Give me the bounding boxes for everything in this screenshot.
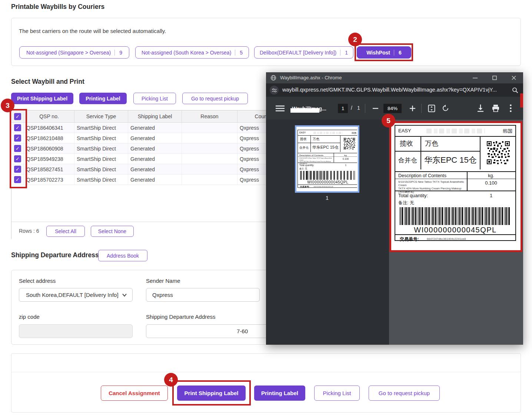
- window-title: WaybillImage.ashx - Chrome: [280, 75, 342, 80]
- picking-list-button-top[interactable]: Picking List: [133, 93, 176, 104]
- address-bar[interactable]: waybill.qxpress.net/GMKT.INC.GLPS.Waybil…: [266, 83, 523, 97]
- row-checkbox[interactable]: [14, 176, 21, 183]
- label-txn-label: 交易单号:: [400, 236, 419, 242]
- print-shipping-label-button-bottom[interactable]: Print Shipping Label: [177, 385, 246, 401]
- zip-code-label: zip code: [19, 314, 40, 320]
- cell-qsp: QSP185827451: [24, 164, 74, 174]
- rows-count: Rows : 6: [19, 228, 39, 234]
- courier-chip-wishpost[interactable]: WishPost 6: [357, 46, 411, 59]
- zoom-out-icon[interactable]: [373, 108, 378, 109]
- print-icon[interactable]: [492, 105, 499, 112]
- select-all-checkbox[interactable]: [14, 113, 21, 120]
- address-section-title: Shipping Departure Address: [11, 251, 99, 259]
- row-checkbox[interactable]: [14, 166, 21, 173]
- label-qty-value: 1: [334, 164, 358, 167]
- courier-panel: The best carriers on the route will be s…: [11, 18, 521, 66]
- printing-label-button-top[interactable]: Printing Label: [79, 93, 127, 104]
- download-icon[interactable]: [477, 105, 484, 112]
- go-to-request-pickup-button-top[interactable]: Go to request pickup: [182, 93, 248, 104]
- barcode: [300, 171, 356, 180]
- page-total: 1: [357, 105, 360, 111]
- column-reason: Reason: [182, 110, 237, 122]
- row-checkbox[interactable]: [14, 124, 21, 131]
- close-icon[interactable]: [512, 76, 516, 80]
- sender-name-input[interactable]: Qxpress: [146, 288, 260, 302]
- cell-label: Generated: [128, 164, 182, 174]
- page-number-box[interactable]: 1: [338, 104, 348, 113]
- label-pickup-value: 万色: [313, 137, 319, 141]
- waybill-label-large: EASY 韩国 揽收 万色 合并仓 华东EPC 15仓: [395, 125, 516, 241]
- label-remark: 备注: 无: [299, 167, 307, 171]
- address-book-button[interactable]: Address Book: [98, 250, 147, 261]
- maximize-icon[interactable]: [492, 76, 497, 80]
- column-shipping-label: Shipping Label: [128, 110, 182, 122]
- cancel-assignment-button[interactable]: Cancel Assignment: [101, 385, 168, 401]
- label-qty-label: Total quantity:: [398, 193, 428, 198]
- label-weight: 0.100: [467, 180, 515, 186]
- page-title: Printable Waybills by Couriers: [11, 3, 104, 11]
- label-brand: EASY: [398, 128, 411, 133]
- print-shipping-label-button-top[interactable]: Print Shipping Label: [11, 93, 73, 104]
- waybill-label-mini: EASY 韩国 揽收 万色 合并仓 华东EPC 15仓: [297, 130, 357, 188]
- label-weight: 0.100: [334, 158, 358, 160]
- courier-chip-southkorea[interactable]: Not-assigned (South Korea > Oversea) 5: [135, 46, 249, 59]
- select-none-button[interactable]: Select None: [91, 226, 134, 237]
- pdf-page-thumbnail[interactable]: EASY 韩国 揽收 万色 合并仓 华东EPC 15仓: [295, 125, 359, 193]
- cell-service: SmartShip Direct: [74, 133, 128, 143]
- enlarged-label-panel: EASY 韩国 揽收 万色 合并仓 华东EPC 15仓: [391, 123, 521, 250]
- red-highlight-strip: [520, 93, 523, 107]
- column-service-type: Service Type: [74, 110, 128, 122]
- rotate-icon[interactable]: [442, 105, 449, 112]
- window-titlebar[interactable]: WaybillImage.ashx - Chrome: [266, 72, 523, 83]
- cell-service: SmartShip Direct: [74, 164, 128, 174]
- label-country: 韩国: [352, 131, 356, 135]
- toolbar-separator: [365, 104, 365, 113]
- courier-chip-delibox[interactable]: Delibox(DEFAULT [Delivery Info]) 1: [254, 46, 353, 59]
- cell-service: SmartShip Direct: [74, 143, 128, 153]
- select-all-button[interactable]: Select All: [46, 226, 85, 237]
- departure-address-value: 7-60: [237, 328, 248, 334]
- label-txn-value: 6647247dbc361404c2241ce8: [314, 186, 333, 188]
- more-options-icon[interactable]: [510, 104, 512, 112]
- chip-label: Not-assigned (South Korea > Oversea): [142, 50, 231, 56]
- label-weight-header: kg.: [467, 173, 515, 178]
- cell-qsp: QSP186406341: [24, 123, 74, 133]
- courier-note: The best carriers on the route will be s…: [19, 28, 166, 34]
- cell-service: SmartShip Direct: [74, 175, 128, 185]
- cell-qsp: QSP186060908: [24, 143, 74, 153]
- zoom-in-icon[interactable]: [410, 106, 415, 111]
- courier-chip-singapore[interactable]: Not-assigned (Singapore > Oversea) 9: [19, 46, 129, 59]
- chip-count: 1: [340, 50, 348, 56]
- printing-label-button-bottom[interactable]: Printing Label: [254, 385, 305, 401]
- row-checkbox[interactable]: [14, 155, 21, 162]
- cell-reason: [182, 175, 237, 185]
- go-to-request-pickup-button-bottom[interactable]: Go to request pickup: [369, 385, 440, 401]
- page-fit-icon[interactable]: [428, 105, 435, 112]
- cell-service: SmartShip Direct: [74, 123, 128, 133]
- zip-code-input[interactable]: [19, 324, 133, 338]
- site-settings-icon[interactable]: [270, 86, 279, 95]
- label-warehouse-value: 华东EPC 15仓: [424, 155, 477, 166]
- chip-count: 6: [394, 50, 402, 56]
- label-warehouse-value: 华东EPC 15仓: [312, 145, 339, 150]
- pdf-menu-icon[interactable]: [276, 105, 285, 112]
- cell-label: Generated: [128, 143, 182, 153]
- zoom-level-display: 84%: [383, 104, 402, 113]
- qr-code: [344, 138, 355, 149]
- search-zoom-icon[interactable]: [512, 87, 518, 93]
- departure-address-label: Shipping Departure Address: [146, 314, 216, 320]
- label-txn-value: 6647247dbc361404c2241ce8: [427, 237, 466, 241]
- thumbnail-page-number: 1: [295, 195, 359, 201]
- row-checkbox[interactable]: [14, 145, 21, 152]
- pdf-toolbar: WaybillImag... 1 / 1 84%: [266, 97, 523, 120]
- label-desc-header: Description of Contents: [299, 154, 323, 156]
- row-checkbox[interactable]: [14, 135, 21, 142]
- cell-service: SmartShip Direct: [74, 154, 128, 164]
- label-brand: EASY: [299, 131, 306, 134]
- cell-reason: [182, 123, 237, 133]
- select-address-dropdown[interactable]: South Korea,DEFAULT [Delivery Info]: [19, 288, 133, 302]
- step-badge-4: 4: [164, 373, 178, 387]
- sender-name-label: Sender Name: [146, 278, 180, 284]
- minimize-icon[interactable]: [473, 77, 478, 79]
- picking-list-button-bottom[interactable]: Picking List: [314, 385, 360, 401]
